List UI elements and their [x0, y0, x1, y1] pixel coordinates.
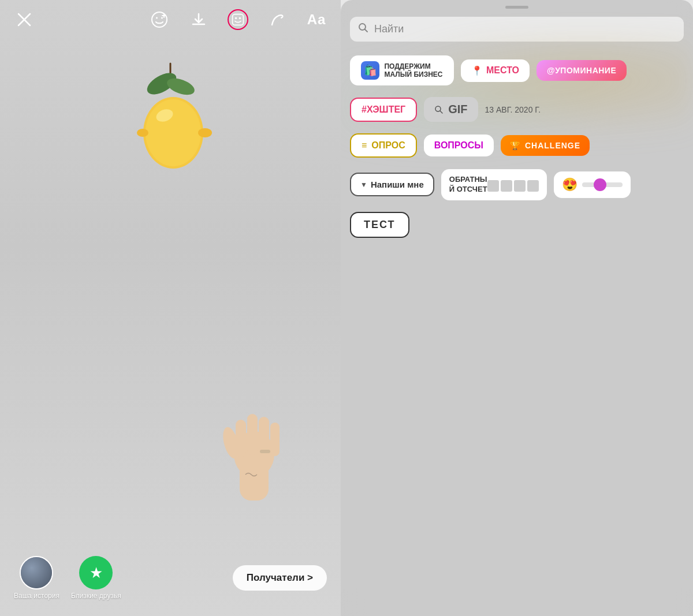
close-friends-item[interactable]: ★ Близкие друзья: [71, 556, 121, 600]
location-label: МЕСТО: [486, 65, 519, 76]
test-label: ТЕСТ: [364, 219, 396, 231]
write-me-label: Напиши мне: [371, 180, 424, 189]
svg-point-2: [152, 12, 167, 27]
emoji-icon: 😍: [562, 177, 578, 192]
sticker-row-5: ТЕСТ: [350, 212, 684, 238]
trophy-icon: 🏆: [510, 141, 520, 150]
gif-search-icon: [434, 105, 444, 114]
sticker-questions[interactable]: ВОПРОСЫ: [424, 135, 494, 156]
hashtag-label: #ХЭШТЕГ: [362, 104, 405, 115]
sticker-write-me[interactable]: ▼ Напиши мне: [350, 173, 434, 196]
questions-label: ВОПРОСЫ: [434, 140, 483, 151]
sticker-hashtag[interactable]: #ХЭШТЕГ: [350, 98, 417, 122]
sticker-poll[interactable]: ≡ ОПРОС: [350, 133, 417, 158]
svg-line-29: [440, 111, 442, 113]
left-panel: Aa: [0, 0, 341, 616]
sticker-test[interactable]: ТЕСТ: [350, 212, 409, 238]
location-pin-icon: 📍: [471, 65, 483, 76]
sticker-row-1: 🛍️ ПОДДЕРЖИМ МАЛЫЙ БИЗНЕС 📍 МЕСТО @УПОМИ…: [350, 55, 684, 85]
countdown-blocks: [487, 180, 539, 192]
poll-label: ОПРОС: [371, 140, 405, 151]
panel-handle: [505, 6, 528, 9]
countdown-block: [514, 180, 526, 192]
slider-track: [582, 182, 623, 187]
svg-point-9: [239, 17, 241, 19]
sticker-countdown[interactable]: ОБРАТНЫ Й ОТСЧЕТ: [441, 169, 547, 200]
svg-point-16: [198, 128, 212, 137]
svg-point-8: [235, 17, 237, 19]
svg-point-14: [146, 99, 201, 166]
sticker-mention[interactable]: @УПОМИНАНИЕ: [536, 60, 627, 81]
close-button[interactable]: [14, 9, 35, 30]
close-friends-label: Близкие друзья: [71, 592, 121, 600]
countdown-block: [501, 180, 512, 192]
sticker-row-4: ▼ Напиши мне ОБРАТНЫ Й ОТСЧЕТ 😍: [350, 169, 684, 200]
write-me-arrow-icon: ▼: [360, 181, 367, 189]
support-text: ПОДДЕРЖИМ МАЛЫЙ БИЗНЕС: [384, 62, 442, 79]
sticker-panel-icon[interactable]: [228, 9, 248, 30]
your-story-item[interactable]: Ваша история: [14, 556, 59, 600]
your-story-label: Ваша история: [14, 592, 59, 600]
date-label: 13 АВГ. 2020 Г.: [485, 105, 541, 114]
search-icon: [358, 23, 368, 36]
stickers-grid: 🛍️ ПОДДЕРЖИМ МАЛЫЙ БИЗНЕС 📍 МЕСТО @УПОМИ…: [341, 51, 693, 616]
draw-icon[interactable]: [267, 9, 288, 30]
svg-point-4: [161, 17, 163, 19]
support-icon: 🛍️: [361, 61, 379, 80]
svg-point-3: [156, 17, 158, 19]
svg-line-27: [365, 29, 368, 32]
countdown-text: ОБРАТНЫ Й ОТСЧЕТ: [449, 175, 487, 195]
hand-image: [214, 374, 295, 501]
download-icon[interactable]: [188, 9, 209, 30]
svg-rect-25: [260, 450, 270, 453]
svg-point-17: [137, 129, 148, 137]
svg-rect-23: [270, 423, 280, 456]
your-story-avatar: [20, 556, 53, 589]
text-tool-button[interactable]: Aa: [306, 9, 327, 30]
svg-rect-21: [247, 414, 258, 456]
sticker-location[interactable]: 📍 МЕСТО: [461, 59, 530, 82]
gif-label: GIF: [448, 103, 467, 116]
sticker-gif[interactable]: GIF: [424, 97, 478, 122]
bottom-bar: Ваша история ★ Близкие друзья Получатели…: [0, 547, 341, 616]
countdown-block: [527, 180, 539, 192]
search-placeholder: Найти: [374, 23, 404, 35]
lemon-image: [118, 58, 222, 185]
svg-rect-7: [233, 14, 244, 25]
sticker-row-3: ≡ ОПРОС ВОПРОСЫ 🏆 CHALLENGE: [350, 133, 684, 158]
sticker-emoji-slider[interactable]: 😍: [554, 171, 631, 198]
star-icon: ★: [90, 564, 103, 582]
slider-thumb: [594, 178, 606, 191]
recipients-button[interactable]: Получатели >: [233, 565, 327, 591]
poll-icon: ≡: [362, 140, 367, 151]
close-friends-avatar: ★: [79, 556, 113, 589]
challenge-label: CHALLENGE: [525, 141, 580, 150]
countdown-block: [487, 180, 499, 192]
sticker-support-business[interactable]: 🛍️ ПОДДЕРЖИМ МАЛЫЙ БИЗНЕС: [350, 55, 454, 85]
sticker-row-2: #ХЭШТЕГ GIF 13 АВГ. 2020 Г.: [350, 97, 684, 122]
sticker-challenge[interactable]: 🏆 CHALLENGE: [501, 135, 590, 156]
sticker-panel: Найти 🛍️ ПОДДЕРЖИМ МАЛЫЙ БИЗНЕС 📍 МЕСТО …: [341, 0, 693, 616]
mention-label: @УПОМИНАНИЕ: [547, 66, 616, 75]
top-toolbar: Aa: [0, 0, 341, 39]
emoji-add-icon[interactable]: [149, 9, 170, 30]
